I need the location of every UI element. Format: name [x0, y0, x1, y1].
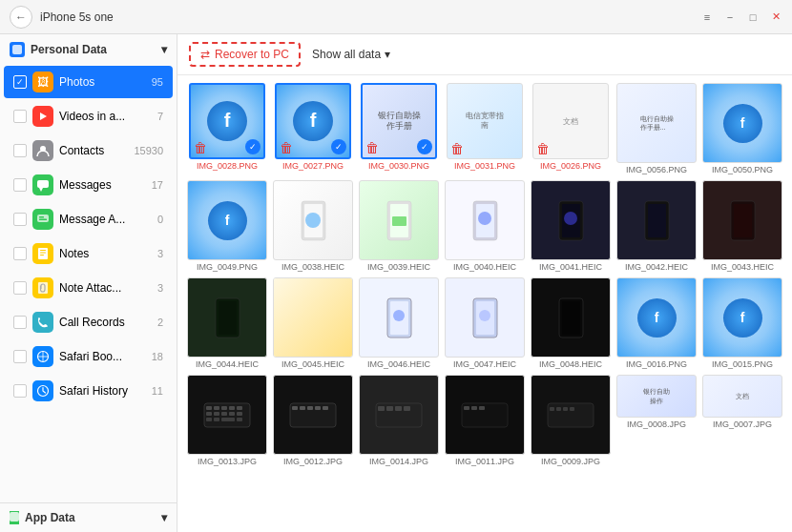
photo-item[interactable]: 电信宽带指南 🗑 IMG_0031.PNG	[445, 83, 525, 174]
photo-thumb[interactable]: 银行自助操作手册 🗑 ✓	[361, 83, 437, 159]
photo-item[interactable]: f IMG_0049.PNG	[187, 180, 267, 272]
photo-name: IMG_0030.PNG	[359, 161, 439, 171]
photo-item[interactable]: IMG_0041.HEIC	[531, 180, 611, 272]
maximize-button[interactable]: □	[746, 10, 760, 24]
photo-item[interactable]: IMG_0042.HEIC	[616, 180, 697, 272]
sidebar-item-note-attachments[interactable]: Note Attac... 3	[4, 272, 173, 304]
note-attach-checkbox[interactable]	[13, 281, 27, 295]
photo-thumb[interactable]	[187, 277, 267, 358]
sidebar-item-call-records[interactable]: Call Records 2	[4, 306, 173, 338]
photo-thumb[interactable]: f	[187, 180, 267, 260]
sidebar-item-message-attachments[interactable]: Message A... 0	[4, 203, 173, 235]
sidebar-item-messages[interactable]: Messages 17	[4, 169, 173, 201]
photo-item[interactable]: IMG_0045.HEIC	[273, 277, 353, 369]
photo-thumb[interactable]: 文档 🗑	[532, 83, 609, 159]
photo-thumb[interactable]	[531, 180, 611, 260]
photo-item[interactable]: IMG_0046.HEIC	[359, 277, 439, 369]
call-records-label: Call Records	[59, 316, 154, 329]
photo-thumb[interactable]	[702, 180, 782, 260]
recover-to-pc-button[interactable]: ⇄ Recover to PC	[189, 42, 301, 67]
menu-button[interactable]: ≡	[700, 10, 714, 24]
photo-thumb[interactable]: 文档	[702, 375, 782, 418]
photo-item[interactable]: IMG_0038.HEIC	[273, 180, 353, 272]
safari-boo-checkbox[interactable]	[13, 350, 27, 363]
safari-history-checkbox[interactable]	[13, 384, 27, 398]
photo-thumb[interactable]	[445, 180, 525, 260]
svg-rect-45	[206, 406, 212, 410]
photo-thumb[interactable]	[273, 180, 353, 260]
svg-rect-76	[556, 407, 561, 411]
photo-item[interactable]: 文档 IMG_0007.JPG	[702, 375, 782, 466]
photo-item[interactable]: IMG_0013.JPG	[187, 375, 267, 466]
photo-thumb[interactable]: f	[702, 83, 782, 163]
photo-item[interactable]: 银行自助操作 IMG_0008.JPG	[616, 375, 697, 466]
photo-item[interactable]: IMG_0040.HEIC	[445, 180, 525, 272]
sidebar-item-photos[interactable]: ✓ 🖼 Photos 95	[4, 66, 173, 98]
photo-thumb[interactable]	[359, 277, 439, 358]
photo-thumb[interactable]: 电行自助操作手册...	[616, 83, 697, 163]
photo-thumb[interactable]	[187, 375, 267, 455]
photos-checkbox[interactable]: ✓	[13, 75, 27, 89]
photo-thumb[interactable]: f	[702, 277, 782, 358]
photo-item[interactable]: 电行自助操作手册... IMG_0056.PNG	[616, 83, 697, 174]
personal-data-section[interactable]: Personal Data ▾	[0, 34, 177, 65]
photo-item[interactable]: IMG_0014.JPG	[359, 375, 439, 466]
photo-item[interactable]: IMG_0047.HEIC	[445, 277, 525, 369]
photo-image	[211, 297, 244, 339]
contacts-checkbox[interactable]	[13, 144, 27, 157]
app-data-section[interactable]: App Data ▾	[0, 502, 177, 532]
photo-thumb[interactable]: f 🗑 ✓	[189, 83, 265, 159]
photo-thumb[interactable]: f	[616, 277, 697, 358]
svg-rect-63	[315, 406, 321, 410]
close-button[interactable]: ✕	[769, 10, 782, 24]
photo-item[interactable]: IMG_0009.JPG	[531, 375, 611, 466]
photo-item[interactable]: 银行自助操作手册 🗑 ✓ IMG_0030.PNG	[359, 83, 439, 174]
photo-thumb[interactable]	[531, 375, 611, 455]
photo-thumb[interactable]: 电信宽带指南 🗑	[447, 83, 523, 159]
photo-item[interactable]: f 🗑 ✓ IMG_0027.PNG	[273, 83, 353, 174]
photo-thumb[interactable]	[445, 277, 525, 358]
videos-checkbox[interactable]	[13, 110, 27, 123]
photo-item[interactable]: f IMG_0016.PNG	[616, 277, 697, 369]
photo-item[interactable]: IMG_0011.JPG	[445, 375, 525, 466]
photo-thumb[interactable]	[531, 277, 611, 358]
svg-rect-66	[378, 406, 385, 411]
photo-image	[469, 199, 502, 242]
photo-item[interactable]: IMG_0012.JPG	[273, 375, 353, 466]
photo-image	[554, 199, 588, 242]
photo-thumb[interactable]	[616, 180, 697, 260]
svg-rect-52	[221, 412, 227, 416]
photo-image: f	[207, 101, 247, 141]
photo-thumb[interactable]: f 🗑 ✓	[275, 83, 351, 159]
svg-rect-35	[219, 301, 237, 335]
photo-item[interactable]: IMG_0044.HEIC	[187, 277, 267, 369]
photo-item[interactable]: IMG_0039.HEIC	[359, 180, 439, 272]
photo-item[interactable]: f IMG_0050.PNG	[702, 83, 782, 174]
photo-item[interactable]: 文档 🗑 IMG_0026.PNG	[531, 83, 611, 174]
sidebar-item-notes[interactable]: Notes 3	[4, 237, 173, 270]
sidebar-item-videos[interactable]: Videos in a... 7	[4, 100, 173, 133]
back-button[interactable]: ←	[10, 6, 32, 29]
sidebar-item-safari-bookmarks[interactable]: Safari Boo... 18	[4, 340, 173, 373]
photo-thumb[interactable]	[273, 375, 353, 455]
photo-thumb[interactable]	[359, 180, 439, 260]
photo-thumb[interactable]	[273, 277, 353, 358]
minimize-button[interactable]: −	[723, 10, 737, 24]
message-attach-checkbox[interactable]	[13, 213, 27, 226]
photo-item[interactable]: f IMG_0015.PNG	[702, 277, 782, 369]
photo-thumb[interactable]: 银行自助操作	[616, 375, 697, 418]
photo-thumb[interactable]	[359, 375, 439, 455]
notes-count: 3	[157, 248, 163, 259]
photo-thumb[interactable]	[445, 375, 525, 455]
photo-item[interactable]: f 🗑 ✓ IMG_0028.PNG	[187, 83, 267, 174]
notes-checkbox[interactable]	[13, 247, 27, 260]
call-records-checkbox[interactable]	[13, 316, 27, 329]
photo-item[interactable]: IMG_0048.HEIC	[531, 277, 611, 369]
photo-item[interactable]: IMG_0043.HEIC	[702, 180, 782, 272]
message-attach-count: 0	[157, 214, 163, 225]
photo-name: IMG_0041.HEIC	[531, 262, 611, 272]
sidebar-item-contacts[interactable]: Contacts 15930	[4, 134, 173, 167]
show-all-dropdown[interactable]: Show all data ▾	[312, 48, 390, 61]
sidebar-item-safari-history[interactable]: Safari History 11	[4, 375, 173, 407]
messages-checkbox[interactable]	[13, 178, 27, 192]
